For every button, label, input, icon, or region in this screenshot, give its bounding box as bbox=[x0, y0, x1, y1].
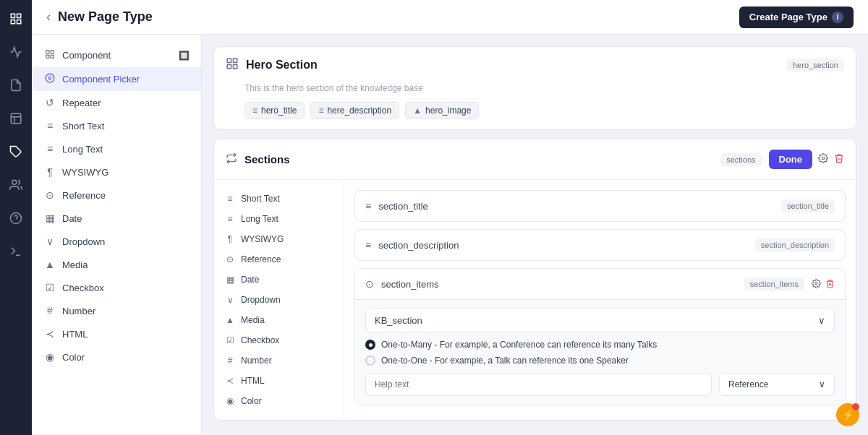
editor-sidebar: ≡ Short Text ≡ Long Text ¶ WYSIWYG ⊙ bbox=[214, 180, 344, 420]
editor-media-label: Media bbox=[241, 315, 265, 325]
reference-field-badge: section_items bbox=[744, 277, 804, 290]
editor-short-text[interactable]: ≡ Short Text bbox=[214, 189, 344, 209]
delete-button[interactable] bbox=[834, 153, 844, 165]
sections-editor-header: Sections sections Done bbox=[214, 139, 856, 180]
sidebar-item-date[interactable]: ▦ Date bbox=[32, 207, 201, 230]
terminal-icon[interactable] bbox=[6, 241, 26, 262]
svg-rect-0 bbox=[11, 14, 14, 17]
grid-icon[interactable] bbox=[6, 108, 26, 129]
component-icon-right: 🔲 bbox=[179, 51, 190, 61]
type-select-dropdown[interactable]: Reference ∨ bbox=[719, 373, 835, 396]
type-chevron-icon: ∨ bbox=[819, 379, 825, 389]
hero-title-tag: ≡ hero_title bbox=[244, 102, 305, 119]
one-to-many-option[interactable]: One-to-Many - For example, a Conference … bbox=[365, 340, 835, 350]
svg-point-16 bbox=[46, 74, 54, 82]
reference-body: KB_section ∨ One-to-Many - For example, … bbox=[355, 299, 845, 405]
reference-settings-button[interactable] bbox=[812, 278, 821, 290]
left-navigation bbox=[0, 0, 32, 435]
editor-long-text[interactable]: ≡ Long Text bbox=[214, 209, 344, 229]
editor-html[interactable]: ≺ HTML bbox=[214, 371, 344, 391]
editor-color-icon: ◉ bbox=[224, 396, 236, 406]
editor-long-text-icon: ≡ bbox=[224, 214, 236, 224]
sidebar-item-component-picker[interactable]: Component Picker bbox=[32, 67, 201, 91]
create-page-type-button[interactable]: Create Page Type i bbox=[739, 7, 854, 28]
short-text-icon: ≡ bbox=[43, 120, 56, 132]
editor-reference[interactable]: ⊙ Reference bbox=[214, 249, 344, 270]
one-to-one-radio[interactable] bbox=[365, 356, 375, 366]
wysiwyg-icon: ¶ bbox=[43, 166, 56, 178]
hero-description-label: here_description bbox=[327, 105, 391, 116]
svg-rect-15 bbox=[51, 55, 54, 58]
home-icon[interactable] bbox=[6, 9, 26, 29]
activity-icon[interactable] bbox=[6, 42, 26, 62]
bottom-row: Reference ∨ bbox=[365, 373, 835, 396]
sidebar-item-label: Media bbox=[62, 259, 88, 270]
editor-date-icon: ▦ bbox=[224, 275, 236, 285]
svg-rect-3 bbox=[17, 20, 21, 24]
svg-rect-18 bbox=[227, 59, 231, 62]
help-icon[interactable] bbox=[6, 208, 26, 228]
type-value: Reference bbox=[728, 379, 768, 389]
component-picker-icon bbox=[43, 73, 56, 85]
sidebar-item-label: WYSIWYG bbox=[62, 167, 109, 178]
editor-date[interactable]: ▦ Date bbox=[214, 270, 344, 290]
back-button[interactable]: ‹ bbox=[46, 9, 51, 25]
one-to-one-option[interactable]: One-to-One - For example, a Talk can ref… bbox=[365, 356, 835, 366]
users-icon[interactable] bbox=[6, 175, 26, 195]
help-text-input[interactable] bbox=[365, 373, 712, 396]
sidebar-item-color[interactable]: ◉ Color bbox=[32, 345, 201, 369]
sidebar-item-media[interactable]: ▲ Media bbox=[32, 253, 201, 276]
component-icon bbox=[43, 49, 56, 61]
settings-button[interactable] bbox=[818, 153, 828, 165]
sidebar-item-reference[interactable]: ⊙ Reference bbox=[32, 184, 201, 207]
svg-rect-20 bbox=[227, 65, 231, 69]
editor-color[interactable]: ◉ Color bbox=[214, 391, 344, 411]
hero-title-icon: ≡ bbox=[252, 105, 258, 116]
document-icon[interactable] bbox=[6, 75, 26, 95]
sidebar-item-component[interactable]: Component 🔲 bbox=[32, 43, 201, 67]
sidebar-item-label: Repeater bbox=[62, 98, 101, 108]
editor-checkbox[interactable]: ☑ Checkbox bbox=[214, 330, 344, 350]
done-button[interactable]: Done bbox=[769, 150, 813, 169]
editor-wysiwyg[interactable]: ¶ WYSIWYG bbox=[214, 229, 344, 249]
reference-icon: ⊙ bbox=[43, 189, 56, 201]
editor-dropdown[interactable]: ∨ Dropdown bbox=[214, 290, 344, 310]
svg-rect-1 bbox=[17, 14, 21, 17]
editor-long-text-label: Long Text bbox=[241, 214, 278, 224]
svg-rect-19 bbox=[234, 59, 237, 62]
editor-body: ≡ Short Text ≡ Long Text ¶ WYSIWYG ⊙ bbox=[214, 180, 856, 420]
section-description-field-icon: ≡ bbox=[365, 239, 371, 251]
right-panel: Hero Section hero_section This is the he… bbox=[202, 35, 868, 435]
kb-section-value: KB_section bbox=[375, 315, 422, 326]
puzzle-icon[interactable] bbox=[6, 142, 26, 162]
editor-media-icon: ▲ bbox=[224, 315, 236, 325]
sidebar-item-wysiwyg[interactable]: ¶ WYSIWYG bbox=[32, 160, 201, 184]
reference-delete-button[interactable] bbox=[825, 278, 835, 290]
one-to-many-radio[interactable] bbox=[365, 340, 375, 350]
editor-number[interactable]: # Number bbox=[214, 350, 344, 371]
sidebar-item-long-text[interactable]: ≡ Long Text bbox=[32, 137, 201, 160]
reference-actions bbox=[812, 278, 835, 290]
sidebar-item-label: Dropdown bbox=[62, 236, 105, 247]
sidebar-item-dropdown[interactable]: ∨ Dropdown bbox=[32, 230, 201, 253]
sidebar-item-number[interactable]: # Number bbox=[32, 299, 201, 322]
sidebar-item-short-text[interactable]: ≡ Short Text bbox=[32, 114, 201, 137]
kb-section-dropdown[interactable]: KB_section ∨ bbox=[365, 309, 835, 332]
editor-date-label: Date bbox=[241, 275, 259, 285]
long-text-icon: ≡ bbox=[43, 143, 56, 155]
sidebar-item-repeater[interactable]: ↺ Repeater bbox=[32, 91, 201, 114]
main-content: ‹ New Page Type Create Page Type i Compo… bbox=[32, 0, 868, 435]
editor-number-icon: # bbox=[224, 356, 236, 366]
notification-dot[interactable]: ⚡ bbox=[836, 403, 859, 426]
editor-media[interactable]: ▲ Media bbox=[214, 310, 344, 330]
editor-checkbox-label: Checkbox bbox=[241, 335, 279, 345]
sidebar-item-html[interactable]: ≺ HTML bbox=[32, 322, 201, 345]
sidebar-item-label: Component bbox=[62, 50, 111, 61]
sidebar-item-checkbox[interactable]: ☑ Checkbox bbox=[32, 276, 201, 299]
repeater-icon: ↺ bbox=[43, 97, 56, 108]
sidebar-item-label: HTML bbox=[62, 329, 88, 340]
number-icon: # bbox=[43, 305, 56, 316]
section-items-reference: ⊙ section_items section_items bbox=[354, 268, 846, 405]
svg-rect-12 bbox=[46, 51, 49, 53]
notification-badge bbox=[852, 403, 859, 410]
